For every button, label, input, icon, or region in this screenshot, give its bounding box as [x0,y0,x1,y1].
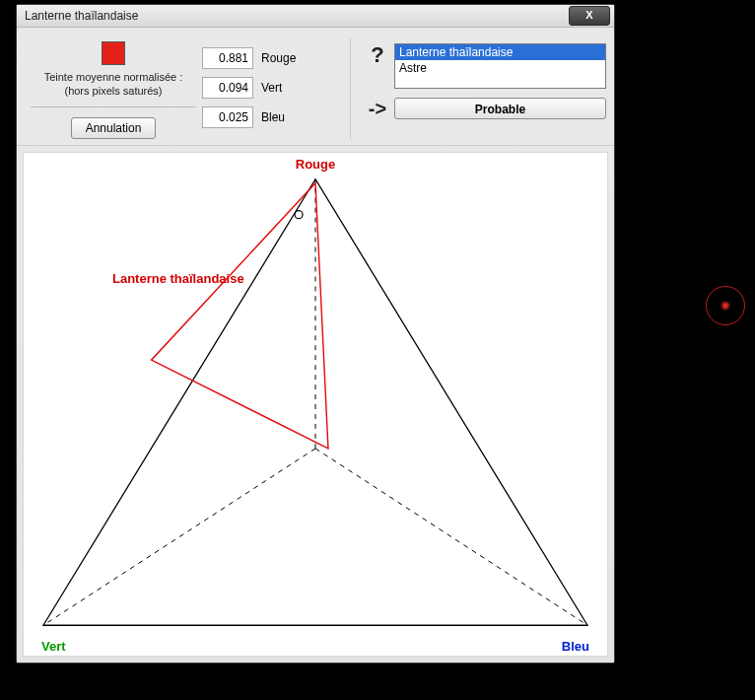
dialog-window: Lanterne thaïlandaise X Teinte moyenne n… [16,4,615,664]
vertical-separator [350,37,351,139]
rouge-value[interactable]: 0.881 [202,47,253,69]
svg-line-1 [43,448,315,624]
divider [31,106,196,107]
dashed-guides [43,178,587,624]
candidates-row: ? Lanterne thaïlandaise Astre [361,43,606,89]
orb-dot [721,302,729,310]
list-item[interactable]: Lanterne thaïlandaise [395,44,605,60]
window-title: Lanterne thaïlandaise [25,9,569,23]
hint-line-1: Teinte moyenne normalisée : [25,71,202,85]
rgb-row-vert: 0.094 Vert [202,77,340,99]
arrow-icon: -> [361,97,394,120]
vert-label: Vert [261,81,282,95]
hint-line-2: (hors pixels saturés) [25,85,202,99]
svg-line-2 [315,448,587,624]
top-panel: Teinte moyenne normalisée : (hors pixels… [17,28,614,146]
rgb-row-bleu: 0.025 Bleu [202,106,340,128]
vert-value[interactable]: 0.094 [202,77,253,99]
region-polygon [152,182,328,448]
cancel-button[interactable]: Annulation [71,117,157,139]
rouge-label: Rouge [261,51,296,65]
bleu-value[interactable]: 0.025 [202,106,253,128]
rgb-column: 0.881 Rouge 0.094 Vert 0.025 Bleu [202,37,340,139]
classification-column: ? Lanterne thaïlandaise Astre -> Probabl… [361,37,606,139]
probable-row: -> Probable [361,97,606,120]
orb-ring [706,286,745,325]
triangle-outline [43,178,587,624]
candidates-listbox[interactable]: Lanterne thaïlandaise Astre [394,43,606,89]
sample-image-marker [706,286,745,325]
bleu-label: Bleu [261,110,285,124]
titlebar[interactable]: Lanterne thaïlandaise X [17,5,614,28]
ternary-plot: Rouge Vert Bleu Lanterne thaïlandaise [23,152,608,657]
question-icon: ? [361,43,394,67]
list-item[interactable]: Astre [395,60,605,76]
rgb-row-rouge: 0.881 Rouge [202,47,340,69]
probable-button[interactable]: Probable [394,98,606,119]
color-swatch [102,41,125,65]
sample-point [295,210,303,218]
swatch-column: Teinte moyenne normalisée : (hors pixels… [25,37,202,139]
close-button[interactable]: X [569,6,610,26]
ternary-svg [24,153,607,656]
